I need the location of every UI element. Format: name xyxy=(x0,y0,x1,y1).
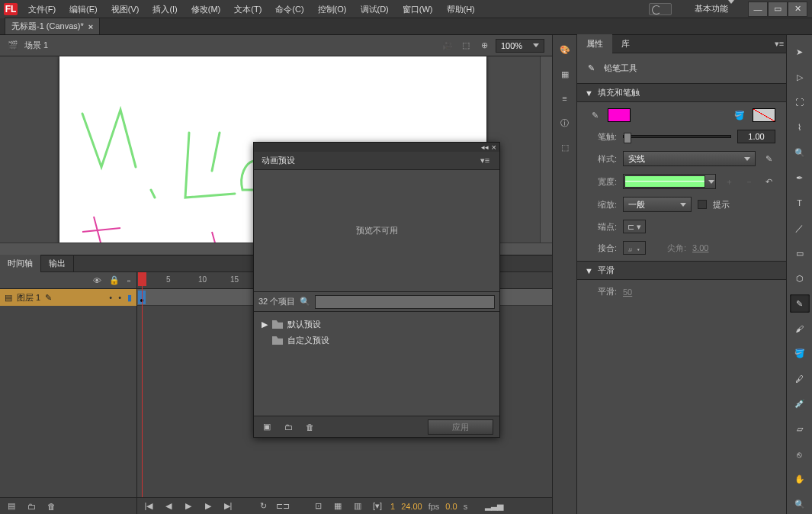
align-panel-icon[interactable]: ≡ xyxy=(558,92,572,105)
last-frame-icon[interactable]: ▶| xyxy=(221,500,235,513)
preset-panel-menu-icon[interactable]: ▾≡ xyxy=(478,154,492,168)
delete-layer-icon[interactable]: 🗑 xyxy=(44,500,58,513)
outline-header-icon[interactable]: ▫ xyxy=(127,276,130,285)
menu-file[interactable]: 文件(F) xyxy=(21,0,63,18)
eyedropper-tool[interactable]: 💉 xyxy=(790,394,810,413)
maximize-button[interactable]: ▭ xyxy=(768,2,788,17)
menu-view[interactable]: 视图(V) xyxy=(104,0,146,18)
zoom-field[interactable]: 100% xyxy=(496,39,544,53)
text-tool[interactable]: T xyxy=(790,194,810,213)
fill-color-swatch[interactable] xyxy=(753,108,775,122)
current-frame[interactable]: 1 xyxy=(390,502,395,511)
properties-tab[interactable]: 属性 xyxy=(577,34,612,53)
magnifier-tool[interactable]: 🔍 xyxy=(790,495,810,514)
menu-window[interactable]: 窗口(W) xyxy=(396,0,440,18)
apply-button[interactable]: 应用 xyxy=(428,419,493,435)
close-button[interactable]: ✕ xyxy=(788,2,807,17)
edit-scene-icon[interactable]: 🎥 xyxy=(441,39,454,53)
color-panel-icon[interactable]: 🎨 xyxy=(558,43,572,56)
menu-command[interactable]: 命令(C) xyxy=(268,0,310,18)
marker-icon[interactable]: [▾] xyxy=(371,500,384,513)
transform-panel-icon[interactable]: ⬚ xyxy=(558,140,572,154)
lock-header-icon[interactable]: 🔒 xyxy=(109,275,120,285)
fps-value[interactable]: 24.00 xyxy=(401,502,422,511)
paint-bucket-tool[interactable]: 🪣 xyxy=(790,344,810,363)
pencil-tool[interactable]: ✎ xyxy=(790,294,810,313)
eraser-tool[interactable]: ▱ xyxy=(790,419,810,439)
info-panel-icon[interactable]: ⓘ xyxy=(558,116,572,130)
timeline-zoom-slider[interactable]: ▂▃▅ xyxy=(487,500,501,513)
smooth-value[interactable]: 50 xyxy=(623,288,632,297)
brush-tool[interactable]: 🖌 xyxy=(790,319,810,338)
rectangle-tool[interactable]: ▭ xyxy=(790,244,810,263)
hinting-checkbox[interactable] xyxy=(698,200,707,209)
edit-multi-icon[interactable]: ▥ xyxy=(351,500,364,513)
line-tool[interactable]: ／ xyxy=(790,219,810,238)
menu-help[interactable]: 帮助(H) xyxy=(440,0,482,18)
edit-symbol-icon[interactable]: ⬚ xyxy=(459,39,473,53)
new-layer-icon[interactable]: ▤ xyxy=(5,500,18,513)
layer-row[interactable]: ▤ 图层 1 ✎ ••▮ xyxy=(0,289,136,306)
minimize-button[interactable]: — xyxy=(748,2,768,17)
motion-presets-panel[interactable]: ◂◂ × 动画预设 ▾≡ 预览不可用 32 个项目 🔍 ▶默认预设 ▶自定义预设… xyxy=(253,142,500,438)
preset-tree[interactable]: ▶默认预设 ▶自定义预设 xyxy=(254,312,499,416)
next-frame-icon[interactable]: ▶ xyxy=(201,500,215,513)
zoom-tool-icon[interactable]: 🔍 xyxy=(790,143,810,162)
ink-bottle-tool[interactable]: 🖋 xyxy=(790,369,810,388)
timeline-tab[interactable]: 时间轴 xyxy=(0,255,41,272)
center-stage-icon[interactable]: ⊕ xyxy=(477,39,491,53)
workspace-switcher[interactable]: 基本功能 xyxy=(690,3,739,14)
subselection-tool[interactable]: ▷ xyxy=(790,68,810,87)
stroke-weight-field[interactable]: 1.00 xyxy=(737,130,775,143)
save-preset-icon[interactable]: ▣ xyxy=(260,420,274,434)
section-fill-stroke[interactable]: ▼填充和笔触 xyxy=(577,83,786,102)
oval-tool[interactable]: ⬡ xyxy=(790,269,810,288)
add-width-icon[interactable]: ＋ xyxy=(722,175,736,188)
preset-search-input[interactable] xyxy=(315,295,495,309)
free-transform-tool[interactable]: ⛶ xyxy=(790,93,810,112)
scale-dropdown[interactable]: 一般 xyxy=(623,197,692,212)
selection-tool[interactable]: ➤ xyxy=(790,43,810,62)
prev-frame-icon[interactable]: ◀ xyxy=(162,500,175,513)
camera-tool[interactable]: ⎋ xyxy=(790,445,810,464)
menu-control[interactable]: 控制(O) xyxy=(311,0,354,18)
menu-debug[interactable]: 调试(D) xyxy=(354,0,396,18)
lasso-tool[interactable]: ⌇ xyxy=(790,118,810,137)
onion-skin-icon[interactable]: ⊏⊐ xyxy=(276,500,290,513)
panel-collapse-icon[interactable]: ◂◂ xyxy=(481,143,489,151)
new-folder-icon[interactable]: 🗀 xyxy=(24,500,38,513)
menu-edit[interactable]: 编辑(E) xyxy=(63,0,104,18)
document-tab[interactable]: 无标题-1 (Canvas)* × xyxy=(5,18,100,34)
panel-menu-icon[interactable]: ▾≡ xyxy=(772,37,786,51)
library-tab[interactable]: 库 xyxy=(612,34,639,53)
loop-icon[interactable]: ↻ xyxy=(256,500,270,513)
new-preset-folder-icon[interactable]: 🗀 xyxy=(281,420,295,434)
stroke-style-dropdown[interactable]: 实线 xyxy=(623,151,756,166)
delete-preset-icon[interactable]: 🗑 xyxy=(303,420,316,434)
join-dropdown[interactable]: ⟓ ▾ xyxy=(623,241,646,255)
playhead[interactable] xyxy=(142,272,143,514)
menu-modify[interactable]: 修改(M) xyxy=(185,0,228,18)
menu-text[interactable]: 文本(T) xyxy=(227,0,268,18)
output-tab[interactable]: 输出 xyxy=(41,255,74,272)
width-profile-dropdown[interactable] xyxy=(623,174,716,189)
edit-style-icon[interactable]: ✎ xyxy=(762,152,775,165)
reset-width-icon[interactable]: ↶ xyxy=(762,175,775,188)
first-frame-icon[interactable]: |◀ xyxy=(142,500,156,513)
menu-insert[interactable]: 插入(I) xyxy=(146,0,184,18)
onion-outline-icon[interactable]: ▦ xyxy=(331,500,345,513)
tree-folder-default[interactable]: ▶默认预设 xyxy=(257,316,496,332)
visibility-header-icon[interactable]: 👁 xyxy=(93,276,101,285)
scene-label[interactable]: 场景 1 xyxy=(24,40,48,51)
stroke-color-swatch[interactable] xyxy=(608,108,631,122)
center-frame-icon[interactable]: ⊡ xyxy=(311,500,325,513)
section-smooth[interactable]: ▼平滑 xyxy=(577,261,786,280)
close-tab-icon[interactable]: × xyxy=(88,22,93,31)
panel-close-icon[interactable]: × xyxy=(492,143,496,152)
remove-width-icon[interactable]: － xyxy=(742,175,756,188)
pen-tool[interactable]: ✒ xyxy=(790,169,810,188)
swatches-panel-icon[interactable]: ▦ xyxy=(558,67,572,81)
scene-icon[interactable]: 🎬 xyxy=(8,40,18,50)
cap-dropdown[interactable]: ⊏ ▾ xyxy=(623,220,646,233)
play-icon[interactable]: ▶ xyxy=(181,500,195,513)
